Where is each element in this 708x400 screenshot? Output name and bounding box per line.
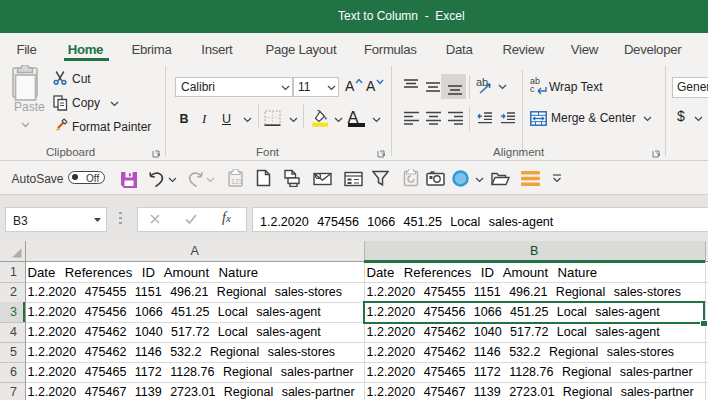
svg-text:123: 123: [231, 178, 243, 185]
